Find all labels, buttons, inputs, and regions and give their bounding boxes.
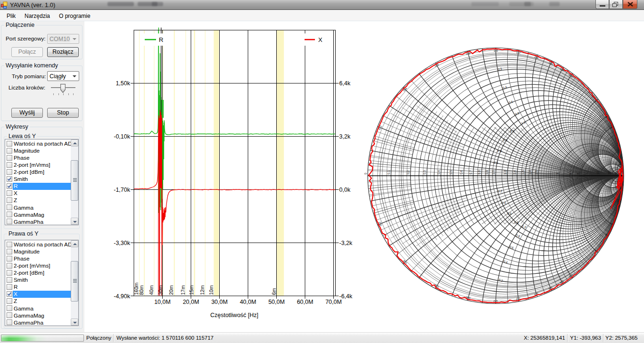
svg-text:10: 10 (596, 171, 600, 175)
svg-text:20m: 20m (168, 285, 174, 295)
svg-text:6,4k: 6,4k (339, 80, 351, 87)
svg-text:Częstotliwość [Hz]: Częstotliwość [Hz] (210, 312, 258, 318)
svg-text:80m: 80m (139, 285, 144, 295)
svg-text:1.0: 1.0 (492, 170, 495, 174)
svg-text:0: 0 (364, 173, 367, 175)
svg-text:0.4: 0.4 (502, 85, 507, 90)
svg-text:20,0M: 20,0M (183, 299, 199, 305)
svg-text:-0,10k: -0,10k (114, 133, 130, 140)
svg-text:0.6: 0.6 (503, 139, 507, 142)
svg-text:70,0M: 70,0M (325, 299, 342, 305)
svg-text:0.8: 0.8 (478, 170, 481, 174)
svg-text:1.8: 1.8 (528, 170, 532, 174)
svg-text:6m: 6m (271, 288, 277, 295)
svg-text:17m: 17m (180, 285, 186, 295)
svg-text:R: R (159, 36, 163, 43)
svg-text:0.3: 0.3 (423, 170, 426, 174)
svg-text:0.6: 0.6 (460, 170, 463, 174)
svg-text:X: X (318, 36, 322, 43)
svg-text:0.4: 0.4 (502, 201, 506, 204)
svg-text:0.9: 0.9 (485, 170, 488, 174)
svg-text:0.8: 0.8 (514, 221, 519, 224)
svg-text:40m: 40m (149, 285, 154, 295)
svg-text:0.6: 0.6 (509, 245, 514, 250)
svg-text:0.6: 0.6 (508, 100, 513, 105)
svg-text:0.4: 0.4 (497, 149, 501, 153)
svg-text:3,2k: 3,2k (339, 133, 351, 140)
svg-text:30m: 30m (157, 285, 163, 295)
svg-text:20: 20 (608, 171, 611, 175)
svg-text:0.1: 0.1 (387, 170, 390, 174)
svg-text:40,0M: 40,0M (240, 299, 256, 305)
svg-text:0.2: 0.2 (406, 170, 410, 174)
svg-text:-1,70k: -1,70k (114, 187, 130, 193)
svg-text:1.2: 1.2 (504, 170, 507, 174)
svg-text:30,0M: 30,0M (211, 299, 228, 305)
svg-text:10m: 10m (208, 285, 214, 295)
svg-text:4: 4 (569, 173, 572, 175)
svg-text:0.6: 0.6 (507, 212, 512, 215)
svg-text:10,0M: 10,0M (154, 299, 171, 305)
svg-text:50: 50 (615, 171, 618, 175)
svg-text:60,0M: 60,0M (297, 299, 314, 305)
svg-text:0.8: 0.8 (515, 233, 520, 238)
svg-text:0.5: 0.5 (449, 170, 453, 174)
svg-text:0.2: 0.2 (498, 278, 504, 283)
svg-text:-3,2k: -3,2k (339, 240, 353, 246)
svg-text:2.0: 2.0 (535, 170, 538, 174)
svg-text:1.0: 1.0 (521, 224, 527, 229)
svg-text:12m: 12m (199, 285, 205, 295)
svg-text:0,0k: 0,0k (339, 187, 351, 193)
svg-text:-4,90k: -4,90k (114, 293, 130, 300)
svg-text:0.4: 0.4 (437, 170, 440, 174)
svg-text:0.7: 0.7 (469, 170, 472, 174)
svg-text:0.2: 0.2 (494, 161, 498, 164)
svg-text:0.2: 0.2 (498, 189, 502, 193)
svg-text:1.0: 1.0 (521, 121, 526, 125)
svg-text:0.2: 0.2 (497, 67, 503, 72)
svg-text:3: 3 (556, 173, 559, 175)
svg-text:50,0M: 50,0M (268, 299, 285, 305)
svg-text:-3,30k: -3,30k (114, 240, 130, 246)
svg-text:5: 5 (577, 173, 580, 175)
svg-text:1.6: 1.6 (521, 170, 525, 174)
svg-text:1,50k: 1,50k (116, 80, 130, 87)
svg-text:0.8: 0.8 (510, 130, 514, 133)
svg-text:0.8: 0.8 (514, 111, 520, 116)
svg-text:15m: 15m (189, 285, 194, 295)
svg-text:1.4: 1.4 (513, 170, 516, 174)
